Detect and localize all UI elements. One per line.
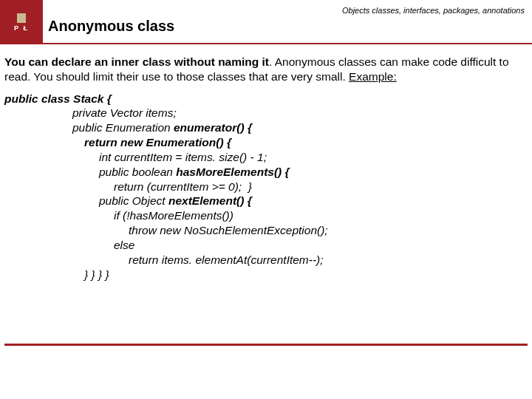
slide: P Ł Objects classes, interfaces, package… [0, 0, 532, 399]
university-logo: P Ł [0, 0, 43, 44]
slide-header: P Ł Objects classes, interfaces, package… [0, 0, 532, 44]
intro-paragraph: You can declare an inner class without n… [4, 55, 525, 84]
code-line: } } } } [4, 267, 525, 282]
code-line: return new Enumeration() { [4, 135, 525, 150]
code-line: public Object nextElement() { [4, 194, 525, 208]
footer-divider [4, 344, 528, 346]
example-label: Example: [349, 70, 397, 83]
logo-letters: P Ł [14, 24, 29, 32]
intro-lead: You can declare an inner class without n… [4, 55, 269, 68]
code-line: public Enumeration enumerator() { [4, 120, 525, 135]
code-block: public class Stack { private Vector item… [4, 92, 525, 282]
code-line: return items. elementAt(currentItem--); [4, 253, 525, 267]
page-title: Anonymous class [48, 18, 174, 35]
code-line: int currentItem = items. size() - 1; [4, 150, 525, 165]
slide-body: You can declare an inner class without n… [0, 44, 532, 282]
code-line: return (currentItem >= 0); } [4, 180, 525, 194]
code-line: else [4, 238, 525, 253]
header-divider [0, 43, 532, 44]
code-line: public boolean hasMoreElements() { [4, 165, 525, 180]
code-line: if (!hasMoreElements()) [4, 208, 525, 223]
code-line: public class Stack { [4, 92, 525, 106]
code-line: private Vector items; [4, 106, 525, 120]
breadcrumb: Objects classes, interfaces, packages, a… [342, 6, 525, 15]
code-line: throw new NoSuchElementException(); [4, 223, 525, 238]
logo-emblem-icon [17, 13, 26, 23]
